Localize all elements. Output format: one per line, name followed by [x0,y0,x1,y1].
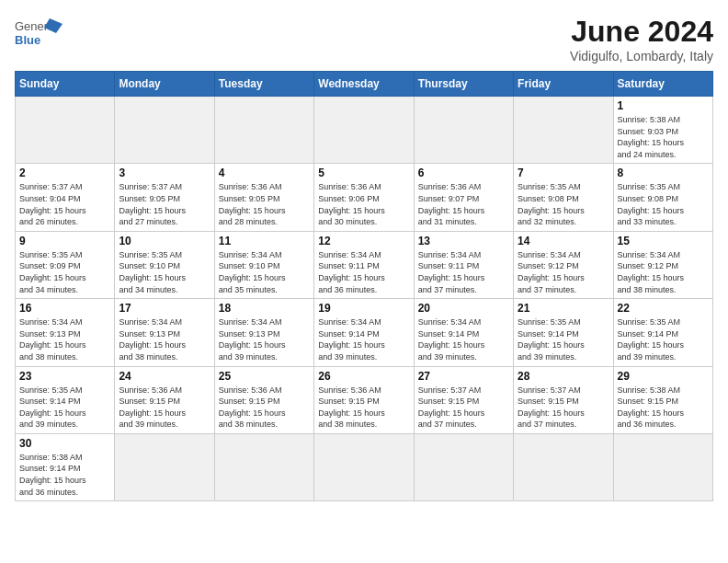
day-info: Sunrise: 5:38 AM Sunset: 9:03 PM Dayligh… [618,114,709,160]
day-info: Sunrise: 5:36 AM Sunset: 9:06 PM Dayligh… [318,181,409,227]
calendar-day-4: 4Sunrise: 5:36 AM Sunset: 9:05 PM Daylig… [214,164,313,231]
calendar-day-27: 27Sunrise: 5:37 AM Sunset: 9:15 PM Dayli… [414,366,513,433]
calendar-day-24: 24Sunrise: 5:36 AM Sunset: 9:15 PM Dayli… [115,366,214,433]
day-info: Sunrise: 5:37 AM Sunset: 9:15 PM Dayligh… [518,385,609,431]
calendar-day-23: 23Sunrise: 5:35 AM Sunset: 9:14 PM Dayli… [16,366,115,433]
calendar-day-empty [214,97,313,164]
calendar-day-8: 8Sunrise: 5:35 AM Sunset: 9:08 PM Daylig… [613,164,712,231]
header: GeneralBlue June 2024 Vidigulfo, Lombard… [15,15,713,63]
day-info: Sunrise: 5:37 AM Sunset: 9:05 PM Dayligh… [119,181,210,227]
calendar-day-empty [514,97,613,164]
calendar-day-19: 19Sunrise: 5:34 AM Sunset: 9:14 PM Dayli… [314,299,414,366]
calendar-day-empty [314,97,414,164]
calendar-day-17: 17Sunrise: 5:34 AM Sunset: 9:13 PM Dayli… [115,299,214,366]
day-info: Sunrise: 5:34 AM Sunset: 9:13 PM Dayligh… [219,316,310,362]
day-number: 9 [19,235,110,247]
day-info: Sunrise: 5:34 AM Sunset: 9:13 PM Dayligh… [19,316,110,362]
month-title: June 2024 [570,15,713,49]
calendar-day-7: 7Sunrise: 5:35 AM Sunset: 9:08 PM Daylig… [514,164,613,231]
day-info: Sunrise: 5:37 AM Sunset: 9:04 PM Dayligh… [19,181,110,227]
calendar-day-12: 12Sunrise: 5:34 AM Sunset: 9:11 PM Dayli… [314,231,414,298]
calendar-day-empty [16,97,115,164]
calendar-week-row: 2Sunrise: 5:37 AM Sunset: 9:04 PM Daylig… [16,164,713,231]
calendar-day-21: 21Sunrise: 5:35 AM Sunset: 9:14 PM Dayli… [514,299,613,366]
day-info: Sunrise: 5:34 AM Sunset: 9:14 PM Dayligh… [418,316,509,362]
day-info: Sunrise: 5:36 AM Sunset: 9:15 PM Dayligh… [318,385,409,431]
calendar-day-empty [115,97,214,164]
day-info: Sunrise: 5:34 AM Sunset: 9:12 PM Dayligh… [518,249,609,295]
calendar-day-empty [214,433,313,500]
calendar-week-row: 23Sunrise: 5:35 AM Sunset: 9:14 PM Dayli… [16,366,713,433]
day-info: Sunrise: 5:36 AM Sunset: 9:05 PM Dayligh… [219,181,310,227]
calendar-week-row: 30Sunrise: 5:38 AM Sunset: 9:14 PM Dayli… [16,433,713,500]
day-number: 14 [518,235,609,247]
calendar-day-26: 26Sunrise: 5:36 AM Sunset: 9:15 PM Dayli… [314,366,414,433]
weekday-header-row: SundayMondayTuesdayWednesdayThursdayFrid… [16,72,713,97]
logo: GeneralBlue [15,15,70,52]
calendar-day-22: 22Sunrise: 5:35 AM Sunset: 9:14 PM Dayli… [613,299,712,366]
day-number: 12 [318,235,409,247]
day-number: 6 [418,167,509,179]
day-number: 18 [219,302,310,315]
day-number: 22 [618,302,709,315]
calendar-week-row: 9Sunrise: 5:35 AM Sunset: 9:09 PM Daylig… [16,231,713,298]
day-info: Sunrise: 5:35 AM Sunset: 9:14 PM Dayligh… [19,385,110,431]
day-number: 13 [418,235,509,247]
weekday-header-tuesday: Tuesday [214,72,313,97]
calendar-day-empty [314,433,414,500]
calendar-day-20: 20Sunrise: 5:34 AM Sunset: 9:14 PM Dayli… [414,299,513,366]
day-info: Sunrise: 5:35 AM Sunset: 9:10 PM Dayligh… [119,249,210,295]
calendar-day-6: 6Sunrise: 5:36 AM Sunset: 9:07 PM Daylig… [414,164,513,231]
day-number: 29 [618,370,709,383]
weekday-header-wednesday: Wednesday [314,72,414,97]
day-number: 8 [618,167,709,179]
weekday-header-thursday: Thursday [414,72,513,97]
calendar-day-14: 14Sunrise: 5:34 AM Sunset: 9:12 PM Dayli… [514,231,613,298]
calendar-day-29: 29Sunrise: 5:38 AM Sunset: 9:15 PM Dayli… [613,366,712,433]
day-number: 1 [618,99,709,112]
day-number: 11 [219,235,310,247]
day-info: Sunrise: 5:35 AM Sunset: 9:14 PM Dayligh… [518,316,609,362]
calendar-day-empty [514,433,613,500]
day-number: 17 [119,302,210,315]
title-area: June 2024 Vidigulfo, Lombardy, Italy [570,15,713,63]
calendar-day-25: 25Sunrise: 5:36 AM Sunset: 9:15 PM Dayli… [214,366,313,433]
calendar-day-30: 30Sunrise: 5:38 AM Sunset: 9:14 PM Dayli… [16,433,115,500]
day-number: 20 [418,302,509,315]
day-info: Sunrise: 5:35 AM Sunset: 9:08 PM Dayligh… [518,181,609,227]
day-info: Sunrise: 5:34 AM Sunset: 9:11 PM Dayligh… [318,249,409,295]
day-number: 16 [19,302,110,315]
calendar-day-11: 11Sunrise: 5:34 AM Sunset: 9:10 PM Dayli… [214,231,313,298]
calendar-week-row: 16Sunrise: 5:34 AM Sunset: 9:13 PM Dayli… [16,299,713,366]
calendar-day-empty [414,97,513,164]
day-info: Sunrise: 5:36 AM Sunset: 9:15 PM Dayligh… [119,385,210,431]
day-number: 28 [518,370,609,383]
day-number: 5 [318,167,409,179]
calendar-day-1: 1Sunrise: 5:38 AM Sunset: 9:03 PM Daylig… [613,97,712,164]
day-number: 3 [119,167,210,179]
calendar-day-5: 5Sunrise: 5:36 AM Sunset: 9:06 PM Daylig… [314,164,414,231]
day-number: 21 [518,302,609,315]
calendar-day-10: 10Sunrise: 5:35 AM Sunset: 9:10 PM Dayli… [115,231,214,298]
calendar-day-2: 2Sunrise: 5:37 AM Sunset: 9:04 PM Daylig… [16,164,115,231]
location-subtitle: Vidigulfo, Lombardy, Italy [570,49,713,63]
day-info: Sunrise: 5:35 AM Sunset: 9:14 PM Dayligh… [618,316,709,362]
day-info: Sunrise: 5:34 AM Sunset: 9:14 PM Dayligh… [318,316,409,362]
day-info: Sunrise: 5:34 AM Sunset: 9:13 PM Dayligh… [119,316,210,362]
weekday-header-monday: Monday [115,72,214,97]
calendar-day-empty [115,433,214,500]
day-info: Sunrise: 5:38 AM Sunset: 9:14 PM Dayligh… [19,452,110,498]
day-number: 30 [19,437,110,450]
day-number: 25 [219,370,310,383]
day-number: 15 [618,235,709,247]
calendar-week-row: 1Sunrise: 5:38 AM Sunset: 9:03 PM Daylig… [16,97,713,164]
day-number: 26 [318,370,409,383]
day-info: Sunrise: 5:37 AM Sunset: 9:15 PM Dayligh… [418,385,509,431]
calendar-day-28: 28Sunrise: 5:37 AM Sunset: 9:15 PM Dayli… [514,366,613,433]
svg-text:Blue: Blue [15,33,40,47]
logo-svg: GeneralBlue [15,15,70,52]
day-number: 4 [219,167,310,179]
day-info: Sunrise: 5:35 AM Sunset: 9:09 PM Dayligh… [19,249,110,295]
day-info: Sunrise: 5:34 AM Sunset: 9:11 PM Dayligh… [418,249,509,295]
calendar-day-18: 18Sunrise: 5:34 AM Sunset: 9:13 PM Dayli… [214,299,313,366]
